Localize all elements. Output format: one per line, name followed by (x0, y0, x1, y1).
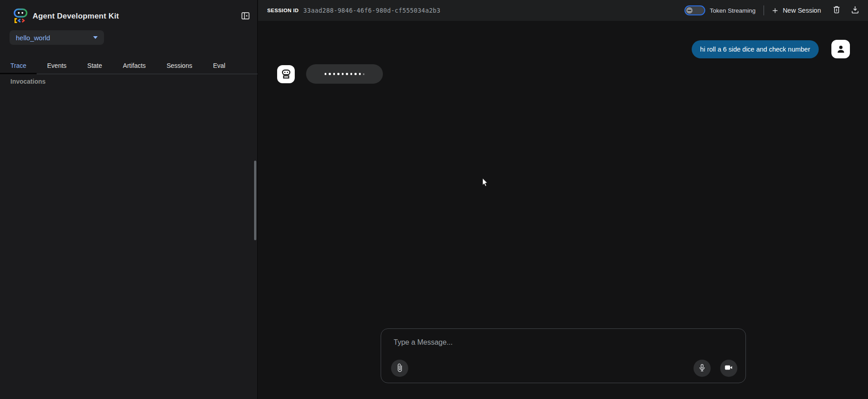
token-streaming-label: Token Streaming (710, 7, 755, 14)
agent-selector-value: hello_world (16, 34, 50, 42)
sidebar: Agent Development Kit hello_world Trace … (0, 0, 258, 399)
tab-eval[interactable]: Eval (203, 57, 236, 74)
new-session-label: New Session (783, 7, 821, 14)
panel-collapse-icon (241, 15, 250, 22)
message-input[interactable] (393, 336, 727, 349)
bot-avatar (277, 65, 295, 83)
robot-icon (280, 68, 292, 80)
microphone-button[interactable] (693, 360, 711, 377)
app-root: Agent Development Kit hello_world Trace … (0, 0, 868, 399)
paperclip-icon (395, 363, 404, 374)
main-panel: SESSION ID 33aad288-9846-46f6-980d-cf555… (258, 0, 868, 399)
topbar: SESSION ID 33aad288-9846-46f6-980d-cf555… (258, 0, 868, 21)
user-avatar (831, 40, 850, 58)
user-message-row: hi roll a 6 side dice and check number (692, 40, 850, 58)
video-camera-icon (724, 363, 733, 374)
bot-typing-indicator (306, 64, 383, 84)
chat-area: hi roll a 6 side dice and check number (258, 21, 868, 309)
trash-icon (832, 5, 841, 16)
new-session-button[interactable]: New Session (771, 7, 821, 14)
message-composer (381, 328, 746, 383)
toggle-knob-minus-icon (686, 7, 693, 14)
token-streaming-toggle[interactable] (684, 5, 705, 15)
tab-sessions[interactable]: Sessions (156, 57, 203, 74)
collapse-panel-button[interactable] (240, 11, 251, 22)
user-message-bubble: hi roll a 6 side dice and check number (692, 40, 819, 58)
person-icon (835, 43, 847, 55)
topbar-actions: Token Streaming New Session (684, 5, 860, 16)
video-call-button[interactable] (720, 360, 737, 377)
chevron-down-icon (93, 36, 98, 39)
session-id-value: 33aad288-9846-46f6-980d-cf555034a2b3 (303, 7, 440, 14)
bot-message-row (277, 64, 383, 84)
download-icon (850, 5, 860, 16)
delete-session-button[interactable] (832, 5, 841, 16)
session-id-label: SESSION ID (267, 8, 299, 13)
agent-selector-dropdown[interactable]: hello_world (9, 30, 104, 45)
microphone-icon (698, 363, 707, 374)
adk-logo-icon (13, 8, 30, 24)
export-session-button[interactable] (850, 5, 860, 16)
sidebar-scrollbar[interactable] (254, 161, 256, 240)
tab-trace[interactable]: Trace (0, 57, 37, 74)
plus-icon (771, 7, 779, 14)
invocations-label: Invocations (10, 78, 46, 85)
tab-events[interactable]: Events (37, 57, 77, 74)
sidebar-header: Agent Development Kit (0, 0, 257, 27)
app-title: Agent Development Kit (33, 12, 119, 21)
attach-file-button[interactable] (391, 360, 408, 377)
tab-artifacts[interactable]: Artifacts (113, 57, 156, 74)
tab-state[interactable]: State (77, 57, 113, 74)
mouse-cursor (482, 178, 489, 189)
topbar-divider (764, 5, 764, 15)
sidebar-tabs: Trace Events State Artifacts Sessions Ev… (0, 57, 258, 74)
